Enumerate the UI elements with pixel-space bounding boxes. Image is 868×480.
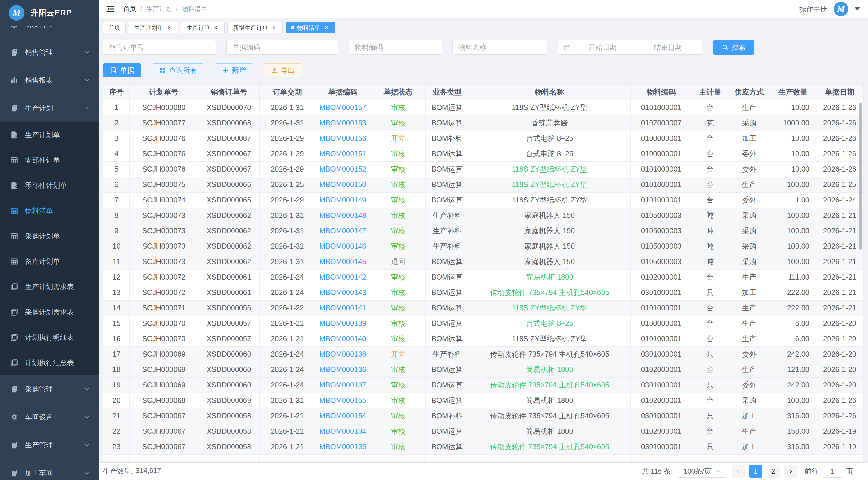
sidebar-item-生产计划需求表[interactable]: 生产计划需求表 [0, 274, 99, 299]
download-icon [271, 67, 278, 74]
breadcrumb-home[interactable]: 首页 [123, 5, 136, 13]
page-1-button[interactable]: 1 [749, 465, 762, 478]
cell-qty: 10.00 [770, 146, 816, 161]
material-code-input[interactable] [349, 40, 442, 55]
doc-code-link[interactable]: MBOM000135 [319, 443, 366, 451]
cell-supply: 生产 [728, 100, 770, 115]
tab-label: 新增生产订单 [233, 24, 268, 32]
cell-date: 2026-1-26 [816, 146, 864, 161]
单据-button[interactable]: 单据 [103, 63, 142, 78]
doc-code-link[interactable]: MBOM000156 [319, 134, 366, 142]
cell-supply: 生产 [728, 269, 770, 285]
doc-code-link[interactable]: MBOM000157 [319, 103, 366, 112]
tab-首页[interactable]: 首页 [103, 22, 126, 33]
sheets-icon [10, 282, 19, 291]
doc-code-link[interactable]: MBOM000146 [319, 242, 366, 250]
sidebar-item-生产计划单[interactable]: 生产计划单 [0, 122, 99, 148]
sidebar-item-销售报表[interactable]: 销售报表 [0, 66, 99, 94]
doc-code-link[interactable]: MBOM000141 [319, 304, 366, 312]
sidebar-collapse-icon[interactable] [106, 4, 116, 14]
doc-code-input[interactable] [226, 40, 338, 55]
search-button[interactable]: 搜索 [713, 40, 754, 55]
chevron-right-icon [788, 468, 794, 474]
tab-生产计划单[interactable]: 生产计划单× [129, 22, 178, 33]
doc-code-link[interactable]: MBOM000137 [319, 381, 366, 389]
date-range-picker[interactable]: 开始日期 - 结束日期 [558, 40, 703, 55]
table-row: 4SCJH000076XSDD0000672026-1-29MBOM000151… [103, 146, 864, 161]
doc-code-link[interactable]: MBOM000136 [319, 365, 366, 373]
sidebar-item-计划执行汇总表[interactable]: 计划执行汇总表 [0, 350, 99, 375]
table-header-row: 序号计划单号销售订单号订单交期单据编码单据状态业务类型物料名称物料编码主计量供应… [103, 85, 864, 100]
cell-name: 传动皮轮件 735×794 主机孔540×605 [469, 347, 630, 362]
close-icon[interactable]: × [213, 24, 219, 31]
breadcrumb: 首页 / 生产计划 / 物料清单 [123, 5, 207, 13]
sidebar-item-生产计划[interactable]: 生产计划 [0, 94, 99, 122]
sidebar-item-物料清单[interactable]: 物料清单 [0, 198, 99, 223]
doc-code-link[interactable]: MBOM000153 [319, 119, 366, 127]
material-name-input[interactable] [452, 40, 548, 55]
doc-code-link[interactable]: MBOM000140 [319, 334, 366, 343]
新增-button[interactable]: 新增 [215, 63, 253, 78]
doc-code-link[interactable]: MBOM000134 [319, 427, 366, 435]
prev-page-button[interactable] [732, 465, 745, 478]
sidebar-item-备库计划单[interactable]: 备库计划单 [0, 249, 99, 274]
close-icon[interactable]: × [323, 24, 330, 31]
sidebar-item-采购计划单[interactable]: 采购计划单 [0, 223, 99, 249]
cell-status: 开立 [371, 347, 426, 362]
close-icon[interactable]: × [166, 24, 173, 31]
sidebar-item-零部件订单[interactable]: 零部件订单 [0, 148, 99, 173]
doc-code-link[interactable]: MBOM000139 [319, 319, 366, 327]
breadcrumb-production-plan[interactable]: 生产计划 [146, 5, 172, 13]
cell-plan: SCJH000074 [130, 192, 198, 208]
tab-生产订单[interactable]: 生产订单× [181, 22, 224, 33]
date-start-placeholder[interactable]: 开始日期 [574, 43, 632, 52]
page-size-select[interactable]: 100条/页 [677, 465, 727, 478]
cell-date: 2026-1-20 [816, 362, 864, 377]
doc-code-link[interactable]: MBOM000150 [319, 180, 366, 188]
doc-code-link[interactable]: MBOM000145 [319, 258, 366, 266]
sidebar-item-label: 生产计划需求表 [25, 282, 90, 292]
sidebar-item-采购管理[interactable]: 采购管理 [0, 375, 99, 403]
cell-doc: MBOM000155 [315, 393, 371, 408]
sidebar-item-加工车间[interactable]: 加工车间 [0, 459, 99, 480]
table-row: 6SCJH000075XSDD0000662026-1-25MBOM000150… [103, 177, 864, 192]
sales-order-input[interactable] [103, 40, 216, 55]
table-row-partial [103, 454, 864, 462]
user-menu-caret-icon[interactable] [855, 7, 860, 10]
sidebar-item-销售管理[interactable]: 销售管理 [0, 38, 99, 66]
cell-no: 21 [103, 408, 130, 424]
next-page-button[interactable] [784, 465, 797, 478]
tab-新增生产订单[interactable]: 新增生产订单× [227, 22, 283, 33]
goto-page-input[interactable] [822, 465, 843, 478]
doc-code-link[interactable]: MBOM000152 [319, 165, 366, 173]
查询所有-button[interactable]: 查询所有 [152, 63, 204, 78]
vertical-scrollbar[interactable] [859, 103, 863, 249]
manual-link[interactable]: 操作手册 [799, 4, 827, 14]
doc-code-link[interactable]: MBOM000142 [319, 273, 366, 281]
page-2-button[interactable]: 2 [767, 465, 780, 478]
grid-icon [159, 67, 166, 74]
doc-code-link[interactable]: MBOM000147 [319, 227, 366, 235]
sidebar-item-零部件计划单[interactable]: 零部件计划单 [0, 173, 99, 198]
cell-unit: 台 [692, 393, 728, 408]
date-end-placeholder[interactable]: 结束日期 [639, 43, 697, 52]
doc-code-link[interactable]: MBOM000155 [319, 396, 366, 404]
导出-button[interactable]: 导出 [264, 63, 302, 78]
avatar[interactable]: M [834, 2, 848, 16]
sidebar-item-车间设置[interactable]: 车间设置 [0, 403, 99, 431]
doc-code-link[interactable]: MBOM000151 [319, 150, 366, 158]
sidebar-item-采购计划需求表[interactable]: 采购计划需求表 [0, 299, 99, 325]
sidebar-item-生产管理[interactable]: 生产管理 [0, 431, 99, 459]
doc-code-link[interactable]: MBOM000138 [319, 350, 366, 358]
doc-code-link[interactable]: MBOM000143 [319, 288, 366, 296]
cell-biz: BOM运算 [426, 161, 469, 177]
cell-supply: 委外 [728, 192, 770, 208]
doc-code-link[interactable]: MBOM000154 [319, 412, 366, 420]
cell-due: 2026-1-29 [260, 131, 315, 146]
sidebar-item-计划执行明细表[interactable]: 计划执行明细表 [0, 325, 99, 350]
doc-code-link[interactable]: MBOM000148 [319, 211, 366, 219]
cell-due: 2026-1-29 [260, 192, 315, 208]
tab-物料清单[interactable]: 物料清单× [286, 22, 335, 33]
close-icon[interactable]: × [271, 24, 277, 31]
doc-code-link[interactable]: MBOM000149 [319, 196, 366, 204]
